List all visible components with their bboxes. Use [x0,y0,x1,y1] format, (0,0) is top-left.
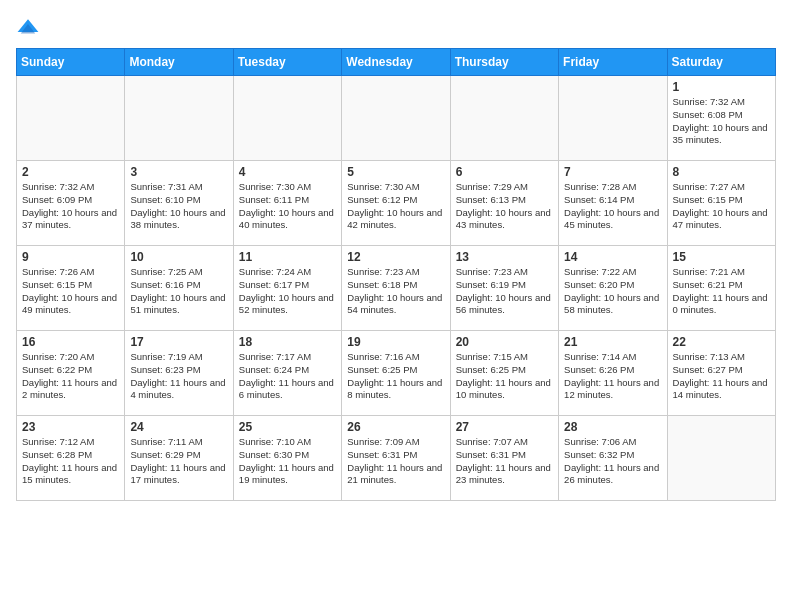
calendar-cell: 16Sunrise: 7:20 AM Sunset: 6:22 PM Dayli… [17,331,125,416]
calendar-cell: 7Sunrise: 7:28 AM Sunset: 6:14 PM Daylig… [559,161,667,246]
day-info: Sunrise: 7:17 AM Sunset: 6:24 PM Dayligh… [239,351,336,402]
day-number: 5 [347,165,444,179]
day-number: 6 [456,165,553,179]
calendar-cell [559,76,667,161]
day-info: Sunrise: 7:16 AM Sunset: 6:25 PM Dayligh… [347,351,444,402]
day-number: 21 [564,335,661,349]
day-number: 4 [239,165,336,179]
day-info: Sunrise: 7:31 AM Sunset: 6:10 PM Dayligh… [130,181,227,232]
weekday-header: Monday [125,49,233,76]
day-info: Sunrise: 7:23 AM Sunset: 6:18 PM Dayligh… [347,266,444,317]
week-row: 16Sunrise: 7:20 AM Sunset: 6:22 PM Dayli… [17,331,776,416]
day-number: 22 [673,335,770,349]
day-info: Sunrise: 7:07 AM Sunset: 6:31 PM Dayligh… [456,436,553,487]
day-number: 8 [673,165,770,179]
calendar-cell: 18Sunrise: 7:17 AM Sunset: 6:24 PM Dayli… [233,331,341,416]
calendar-cell: 15Sunrise: 7:21 AM Sunset: 6:21 PM Dayli… [667,246,775,331]
calendar-cell: 26Sunrise: 7:09 AM Sunset: 6:31 PM Dayli… [342,416,450,501]
weekday-header: Thursday [450,49,558,76]
day-number: 26 [347,420,444,434]
day-info: Sunrise: 7:06 AM Sunset: 6:32 PM Dayligh… [564,436,661,487]
calendar-cell [450,76,558,161]
day-number: 13 [456,250,553,264]
day-info: Sunrise: 7:14 AM Sunset: 6:26 PM Dayligh… [564,351,661,402]
day-number: 10 [130,250,227,264]
day-number: 27 [456,420,553,434]
calendar-cell: 8Sunrise: 7:27 AM Sunset: 6:15 PM Daylig… [667,161,775,246]
page-header [16,16,776,40]
day-info: Sunrise: 7:21 AM Sunset: 6:21 PM Dayligh… [673,266,770,317]
calendar-cell: 1Sunrise: 7:32 AM Sunset: 6:08 PM Daylig… [667,76,775,161]
day-number: 23 [22,420,119,434]
calendar-cell: 21Sunrise: 7:14 AM Sunset: 6:26 PM Dayli… [559,331,667,416]
calendar-cell: 23Sunrise: 7:12 AM Sunset: 6:28 PM Dayli… [17,416,125,501]
day-info: Sunrise: 7:30 AM Sunset: 6:11 PM Dayligh… [239,181,336,232]
day-number: 19 [347,335,444,349]
day-number: 28 [564,420,661,434]
day-info: Sunrise: 7:32 AM Sunset: 6:08 PM Dayligh… [673,96,770,147]
day-number: 20 [456,335,553,349]
calendar-cell: 25Sunrise: 7:10 AM Sunset: 6:30 PM Dayli… [233,416,341,501]
calendar-cell [342,76,450,161]
day-info: Sunrise: 7:20 AM Sunset: 6:22 PM Dayligh… [22,351,119,402]
calendar-table: SundayMondayTuesdayWednesdayThursdayFrid… [16,48,776,501]
day-number: 1 [673,80,770,94]
day-number: 2 [22,165,119,179]
day-info: Sunrise: 7:09 AM Sunset: 6:31 PM Dayligh… [347,436,444,487]
day-info: Sunrise: 7:19 AM Sunset: 6:23 PM Dayligh… [130,351,227,402]
day-info: Sunrise: 7:13 AM Sunset: 6:27 PM Dayligh… [673,351,770,402]
day-info: Sunrise: 7:26 AM Sunset: 6:15 PM Dayligh… [22,266,119,317]
calendar-cell: 14Sunrise: 7:22 AM Sunset: 6:20 PM Dayli… [559,246,667,331]
calendar-cell [667,416,775,501]
logo [16,16,44,40]
calendar-cell: 27Sunrise: 7:07 AM Sunset: 6:31 PM Dayli… [450,416,558,501]
day-info: Sunrise: 7:32 AM Sunset: 6:09 PM Dayligh… [22,181,119,232]
day-info: Sunrise: 7:11 AM Sunset: 6:29 PM Dayligh… [130,436,227,487]
weekday-header: Friday [559,49,667,76]
weekday-header: Wednesday [342,49,450,76]
day-info: Sunrise: 7:28 AM Sunset: 6:14 PM Dayligh… [564,181,661,232]
weekday-header-row: SundayMondayTuesdayWednesdayThursdayFrid… [17,49,776,76]
calendar-cell: 28Sunrise: 7:06 AM Sunset: 6:32 PM Dayli… [559,416,667,501]
calendar-cell: 10Sunrise: 7:25 AM Sunset: 6:16 PM Dayli… [125,246,233,331]
calendar-cell: 3Sunrise: 7:31 AM Sunset: 6:10 PM Daylig… [125,161,233,246]
day-info: Sunrise: 7:12 AM Sunset: 6:28 PM Dayligh… [22,436,119,487]
calendar-cell: 9Sunrise: 7:26 AM Sunset: 6:15 PM Daylig… [17,246,125,331]
calendar-cell [125,76,233,161]
day-number: 9 [22,250,119,264]
calendar-cell: 20Sunrise: 7:15 AM Sunset: 6:25 PM Dayli… [450,331,558,416]
day-info: Sunrise: 7:10 AM Sunset: 6:30 PM Dayligh… [239,436,336,487]
calendar-cell: 13Sunrise: 7:23 AM Sunset: 6:19 PM Dayli… [450,246,558,331]
calendar-cell: 24Sunrise: 7:11 AM Sunset: 6:29 PM Dayli… [125,416,233,501]
calendar-cell: 4Sunrise: 7:30 AM Sunset: 6:11 PM Daylig… [233,161,341,246]
day-info: Sunrise: 7:29 AM Sunset: 6:13 PM Dayligh… [456,181,553,232]
day-number: 12 [347,250,444,264]
week-row: 9Sunrise: 7:26 AM Sunset: 6:15 PM Daylig… [17,246,776,331]
day-info: Sunrise: 7:25 AM Sunset: 6:16 PM Dayligh… [130,266,227,317]
calendar-cell: 5Sunrise: 7:30 AM Sunset: 6:12 PM Daylig… [342,161,450,246]
calendar-cell: 19Sunrise: 7:16 AM Sunset: 6:25 PM Dayli… [342,331,450,416]
logo-icon [16,16,40,40]
weekday-header: Sunday [17,49,125,76]
calendar-cell [233,76,341,161]
calendar-cell: 17Sunrise: 7:19 AM Sunset: 6:23 PM Dayli… [125,331,233,416]
week-row: 23Sunrise: 7:12 AM Sunset: 6:28 PM Dayli… [17,416,776,501]
day-info: Sunrise: 7:24 AM Sunset: 6:17 PM Dayligh… [239,266,336,317]
weekday-header: Tuesday [233,49,341,76]
day-info: Sunrise: 7:23 AM Sunset: 6:19 PM Dayligh… [456,266,553,317]
day-number: 18 [239,335,336,349]
calendar-cell [17,76,125,161]
calendar-cell: 2Sunrise: 7:32 AM Sunset: 6:09 PM Daylig… [17,161,125,246]
day-number: 3 [130,165,227,179]
calendar-cell: 6Sunrise: 7:29 AM Sunset: 6:13 PM Daylig… [450,161,558,246]
calendar-cell: 11Sunrise: 7:24 AM Sunset: 6:17 PM Dayli… [233,246,341,331]
calendar-cell: 12Sunrise: 7:23 AM Sunset: 6:18 PM Dayli… [342,246,450,331]
day-number: 7 [564,165,661,179]
day-info: Sunrise: 7:15 AM Sunset: 6:25 PM Dayligh… [456,351,553,402]
day-info: Sunrise: 7:22 AM Sunset: 6:20 PM Dayligh… [564,266,661,317]
day-number: 17 [130,335,227,349]
weekday-header: Saturday [667,49,775,76]
day-number: 16 [22,335,119,349]
day-number: 14 [564,250,661,264]
day-number: 11 [239,250,336,264]
